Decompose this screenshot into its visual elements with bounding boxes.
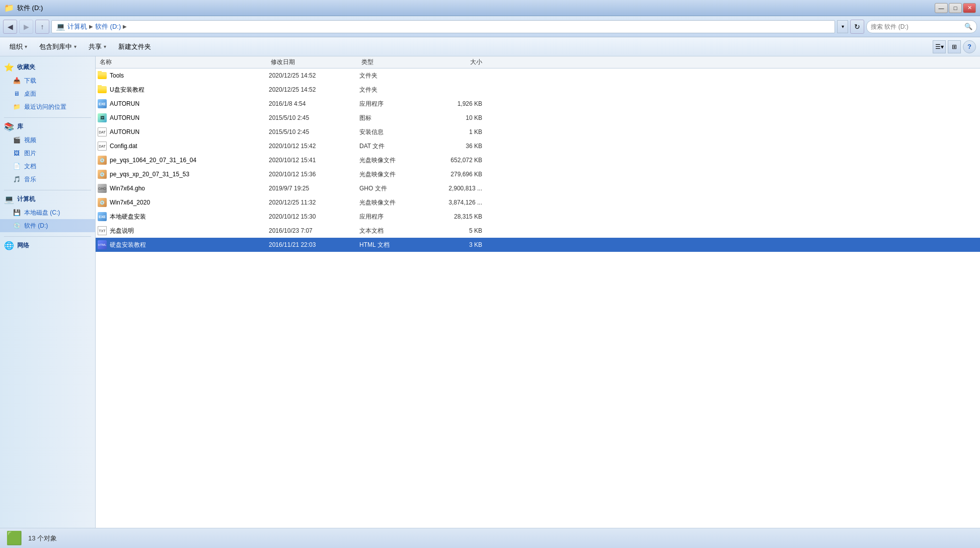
table-row[interactable]: EXE AUTORUN 2016/1/8 4:54 应用程序 1,926 KB	[96, 97, 980, 111]
file-name: Win7x64_2020	[110, 199, 150, 206]
sidebar-item-music[interactable]: 🎵 音乐	[0, 173, 95, 186]
search-input[interactable]	[871, 23, 962, 30]
file-icon-11: TXT	[98, 226, 107, 235]
file-size: 3 KB	[425, 241, 490, 248]
address-dropdown[interactable]: ▾	[837, 20, 848, 33]
file-icon-0	[98, 71, 107, 80]
new-folder-button[interactable]: 新建文件夹	[113, 39, 157, 54]
status-count: 13 个对象	[28, 534, 57, 543]
table-row[interactable]: HTML 硬盘安装教程 2016/11/21 22:03 HTML 文档 3 K…	[96, 238, 980, 252]
title-bar-controls: — □ ✕	[935, 3, 976, 13]
col-header-size[interactable]: 大小	[425, 58, 490, 66]
organize-button[interactable]: 组织 ▾	[4, 39, 33, 54]
file-name: U盘安装教程	[110, 86, 144, 94]
maximize-button[interactable]: □	[949, 3, 962, 13]
include-library-button[interactable]: 包含到库中 ▾	[34, 39, 82, 54]
file-icon-12: HTML	[98, 240, 107, 249]
sidebar-item-downloads[interactable]: 📥 下载	[0, 74, 95, 87]
up-button[interactable]: ↑	[35, 20, 49, 34]
file-date: 2020/10/12 15:42	[269, 143, 359, 150]
file-icon-4: DAT	[98, 127, 107, 136]
file-type: 文件夹	[359, 72, 425, 80]
file-size: 652,072 KB	[425, 157, 490, 164]
file-icon-7: 💿	[98, 170, 107, 179]
status-app-icon: 🟩	[6, 530, 22, 546]
file-type: 光盘映像文件	[359, 170, 425, 179]
file-date: 2016/10/23 7:07	[269, 227, 359, 234]
organize-label: 组织	[10, 42, 23, 51]
back-button[interactable]: ◀	[3, 20, 17, 34]
file-size: 5 KB	[425, 227, 490, 234]
file-date: 2019/9/7 19:25	[269, 185, 359, 192]
sidebar: ⭐ 收藏夹 📥 下载 🖥 桌面 📁 最近访问的位置 📚 库	[0, 56, 96, 528]
sidebar-item-drive-d[interactable]: 💿 软件 (D:)	[0, 219, 95, 232]
sidebar-section-library: 📚 库 🎬 视频 🖼 图片 📄 文档 🎵 音乐	[0, 120, 95, 186]
file-icon-9: 💿	[98, 198, 107, 207]
preview-pane-button[interactable]: ⊞	[948, 40, 961, 53]
table-row[interactable]: 💿 pe_yqs_xp_20_07_31_15_53 2020/10/12 15…	[96, 167, 980, 181]
file-type: 光盘映像文件	[359, 198, 425, 207]
sidebar-item-pictures[interactable]: 🖼 图片	[0, 147, 95, 160]
network-icon: 🌐	[4, 241, 14, 250]
sidebar-section-computer-title[interactable]: 💻 计算机	[0, 192, 95, 206]
sidebar-section-network: 🌐 网络	[0, 239, 95, 252]
file-type: 文件夹	[359, 86, 425, 94]
share-dropdown-icon: ▾	[104, 44, 106, 49]
table-row[interactable]: 🖼 AUTORUN 2015/5/10 2:45 图标 10 KB	[96, 111, 980, 125]
sidebar-item-desktop[interactable]: 🖥 桌面	[0, 87, 95, 100]
file-size: 1 KB	[425, 128, 490, 135]
search-icon[interactable]: 🔍	[964, 23, 972, 30]
table-row[interactable]: Tools 2020/12/25 14:52 文件夹	[96, 68, 980, 83]
drive-d-icon: 💿	[12, 221, 21, 230]
organize-dropdown-icon: ▾	[25, 44, 27, 49]
file-type: 图标	[359, 114, 425, 122]
sidebar-section-network-title[interactable]: 🌐 网络	[0, 239, 95, 252]
file-name: Tools	[110, 72, 124, 79]
view-options-button[interactable]: ☰▾	[933, 40, 946, 53]
close-button[interactable]: ✕	[963, 3, 976, 13]
table-row[interactable]: EXE 本地硬盘安装 2020/10/12 15:30 应用程序 28,315 …	[96, 210, 980, 224]
forward-button[interactable]: ▶	[19, 20, 33, 34]
favorites-icon: ⭐	[4, 62, 14, 72]
table-row[interactable]: DAT AUTORUN 2015/5/10 2:45 安装信息 1 KB	[96, 125, 980, 139]
file-name: AUTORUN	[110, 114, 139, 121]
documents-icon: 📄	[12, 162, 21, 171]
file-size: 10 KB	[425, 114, 490, 121]
col-header-type[interactable]: 类型	[359, 58, 425, 66]
breadcrumb-icon: 💻	[56, 22, 65, 31]
table-row[interactable]: 💿 Win7x64_2020 2020/12/25 11:32 光盘映像文件 3…	[96, 195, 980, 210]
help-button[interactable]: ?	[963, 40, 976, 53]
sidebar-item-recent[interactable]: 📁 最近访问的位置	[0, 100, 95, 113]
sidebar-section-library-title[interactable]: 📚 库	[0, 120, 95, 133]
table-row[interactable]: DAT Config.dat 2020/10/12 15:42 DAT 文件 3…	[96, 139, 980, 153]
file-name: Win7x64.gho	[110, 185, 145, 192]
table-row[interactable]: U盘安装教程 2020/12/25 14:52 文件夹	[96, 83, 980, 97]
breadcrumb-drive[interactable]: 软件 (D:)	[95, 22, 121, 31]
col-header-date[interactable]: 修改日期	[269, 58, 359, 66]
title-bar-left: 📁 软件 (D:)	[4, 3, 43, 13]
file-name: pe_yqs_xp_20_07_31_15_53	[110, 171, 189, 178]
file-size: 3,874,126 ...	[425, 199, 490, 206]
table-row[interactable]: 💿 pe_yqs_1064_20_07_31_16_04 2020/10/12 …	[96, 153, 980, 167]
table-row[interactable]: TXT 光盘说明 2016/10/23 7:07 文本文档 5 KB	[96, 224, 980, 238]
sidebar-item-videos[interactable]: 🎬 视频	[0, 133, 95, 147]
col-header-name[interactable]: 名称	[98, 58, 269, 66]
file-type: DAT 文件	[359, 142, 425, 151]
sidebar-section-favorites: ⭐ 收藏夹 📥 下载 🖥 桌面 📁 最近访问的位置	[0, 60, 95, 113]
sidebar-item-documents[interactable]: 📄 文档	[0, 160, 95, 173]
table-row[interactable]: GHO Win7x64.gho 2019/9/7 19:25 GHO 文件 2,…	[96, 181, 980, 195]
computer-icon: 💻	[4, 194, 14, 204]
file-icon-6: 💿	[98, 156, 107, 165]
include-dropdown-icon: ▾	[74, 44, 77, 49]
file-name: AUTORUN	[110, 100, 139, 107]
sidebar-section-favorites-title[interactable]: ⭐ 收藏夹	[0, 60, 95, 74]
share-button[interactable]: 共享 ▾	[83, 39, 112, 54]
share-label: 共享	[89, 42, 102, 51]
pictures-icon: 🖼	[12, 149, 21, 158]
minimize-button[interactable]: —	[935, 3, 948, 13]
sidebar-item-drive-c[interactable]: 💾 本地磁盘 (C:)	[0, 206, 95, 219]
file-name: 硬盘安装教程	[110, 241, 146, 249]
breadcrumb-computer[interactable]: 计算机	[67, 22, 87, 31]
refresh-button[interactable]: ↻	[850, 20, 864, 34]
window-title: 软件 (D:)	[17, 4, 43, 13]
